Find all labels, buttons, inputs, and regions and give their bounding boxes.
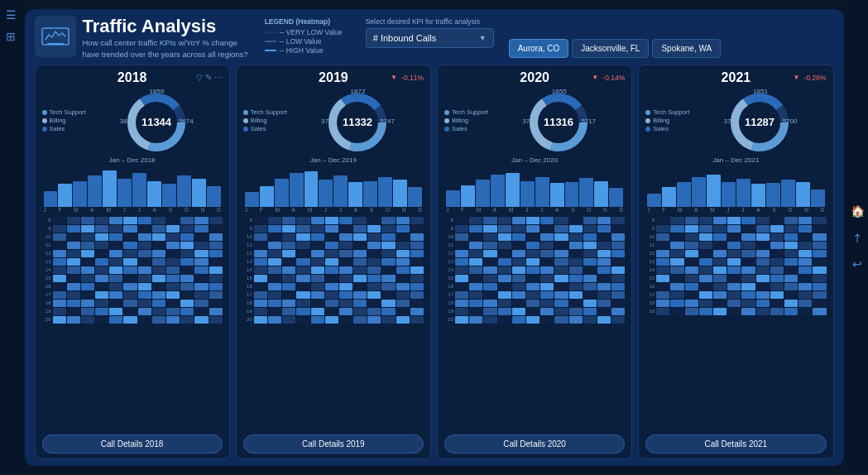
hm-cell — [166, 283, 180, 290]
hm-cell — [166, 291, 180, 299]
hm-cell — [325, 258, 338, 266]
hm-cell — [713, 225, 727, 233]
hm-row-label: 18 — [645, 300, 655, 307]
bar-item — [245, 192, 259, 207]
hm-cell — [339, 308, 352, 315]
legend-billing-2020: Billing — [452, 117, 468, 124]
hm-cell — [727, 250, 741, 257]
hm-cell — [296, 225, 309, 233]
hm-cell — [713, 250, 727, 257]
hm-cell — [152, 283, 165, 290]
bar-chart-2019 — [243, 166, 424, 207]
call-details-2020-btn[interactable]: Call Details 2020 — [444, 434, 625, 453]
heatmap-2020: 891011121314151617181920 — [444, 217, 625, 432]
hm-cell — [254, 316, 267, 324]
region-spokane[interactable]: Spokane, WA — [652, 39, 721, 58]
sidebar-icon-grid[interactable]: ⊞ — [6, 30, 16, 43]
hm-row-label: 14 — [243, 266, 253, 274]
hm-cell — [353, 225, 367, 233]
hm-row-label: 13 — [42, 258, 52, 266]
hm-cell — [282, 308, 295, 315]
hm-cell — [166, 250, 180, 257]
hm-cell — [455, 233, 468, 241]
call-details-2021-btn[interactable]: Call Details 2021 — [645, 434, 826, 453]
more-icon[interactable]: ⋯ — [214, 73, 223, 82]
hm-cell — [311, 233, 324, 241]
hm-cell — [311, 242, 324, 249]
hm-cell — [339, 266, 352, 274]
hm-cell — [353, 300, 367, 307]
hm-cell — [194, 250, 208, 257]
hm-cell — [180, 283, 194, 290]
hm-cell — [381, 266, 395, 274]
call-details-2018-btn[interactable]: Call Details 2018 — [42, 434, 223, 453]
hm-cell — [727, 300, 741, 307]
hm-cell — [296, 242, 309, 249]
bar-item — [363, 181, 377, 207]
hm-cell — [254, 233, 267, 241]
hm-cell — [381, 225, 395, 233]
hm-cell — [282, 266, 295, 274]
hm-cell — [254, 258, 267, 266]
hm-cell — [95, 242, 108, 249]
share-icon[interactable]: ↗ — [849, 229, 866, 246]
hm-cell — [512, 233, 525, 241]
hm-cell — [152, 242, 165, 249]
hm-cell — [526, 308, 540, 315]
hm-cell — [611, 291, 625, 299]
card-2018-bar-section: Jan – Dec 2018 JFMAMJJASOND — [42, 156, 223, 214]
hm-cell — [67, 242, 80, 249]
home-icon[interactable]: 🏠 — [851, 204, 865, 218]
hm-cell — [483, 258, 496, 266]
region-aurora[interactable]: Aurora, CO — [509, 39, 569, 58]
hm-cell — [597, 233, 611, 241]
hm-cell — [268, 266, 281, 274]
hm-row-label: 11 — [42, 242, 52, 249]
hm-cell — [685, 308, 698, 315]
sidebar-icon-menu[interactable]: ☰ — [6, 8, 17, 22]
legend-item-high: -- HIGH Value — [265, 46, 343, 55]
edit-icon[interactable]: ✎ — [205, 73, 212, 82]
legend-sales-2019: Sales — [251, 125, 266, 132]
heatmap-2021: 8910111213141516171819 — [645, 217, 826, 432]
hm-cell — [254, 225, 267, 233]
hm-cell — [194, 242, 208, 249]
hm-cell — [611, 233, 625, 241]
hm-cell — [254, 300, 267, 307]
hm-cell — [670, 275, 683, 282]
hm-cell — [339, 316, 352, 324]
hm-row-label: 9 — [243, 225, 253, 233]
hm-row-label: 20 — [42, 316, 52, 324]
filter-icon[interactable]: ▽ — [196, 73, 203, 82]
hm-cell — [770, 250, 784, 257]
hm-cell — [194, 233, 208, 241]
hm-cell — [410, 242, 424, 249]
hm-cell — [282, 250, 295, 257]
hm-cell — [81, 266, 94, 274]
hm-cell — [583, 266, 597, 274]
call-details-2019-btn[interactable]: Call Details 2019 — [243, 434, 424, 453]
bar-item — [461, 185, 475, 207]
hm-cell — [583, 242, 597, 249]
hm-cell — [138, 258, 151, 266]
hm-cell — [410, 258, 424, 266]
region-jacksonville[interactable]: Jacksonville, FL — [572, 39, 649, 58]
hm-cell — [656, 291, 669, 299]
hm-cell — [498, 316, 511, 324]
card-2021-bar-section: Jan – Dec 2021 JFMAMJJASOND — [645, 156, 826, 214]
hm-cell — [325, 242, 338, 249]
hm-cell — [67, 308, 80, 315]
bar-item — [594, 181, 608, 207]
hm-cell — [95, 250, 108, 257]
hm-cell — [813, 266, 826, 274]
legend-sales-2020: Sales — [452, 125, 468, 132]
hm-cell — [152, 233, 165, 241]
kpi-dropdown[interactable]: # Inbound Calls ▼ — [366, 28, 494, 48]
hm-cell — [569, 266, 583, 274]
hm-cell — [123, 300, 137, 307]
hm-cell — [81, 283, 94, 290]
hm-cell — [455, 258, 468, 266]
hm-cell — [381, 242, 395, 249]
back-icon[interactable]: ↩ — [852, 257, 862, 271]
hm-row-label: 17 — [444, 291, 454, 299]
